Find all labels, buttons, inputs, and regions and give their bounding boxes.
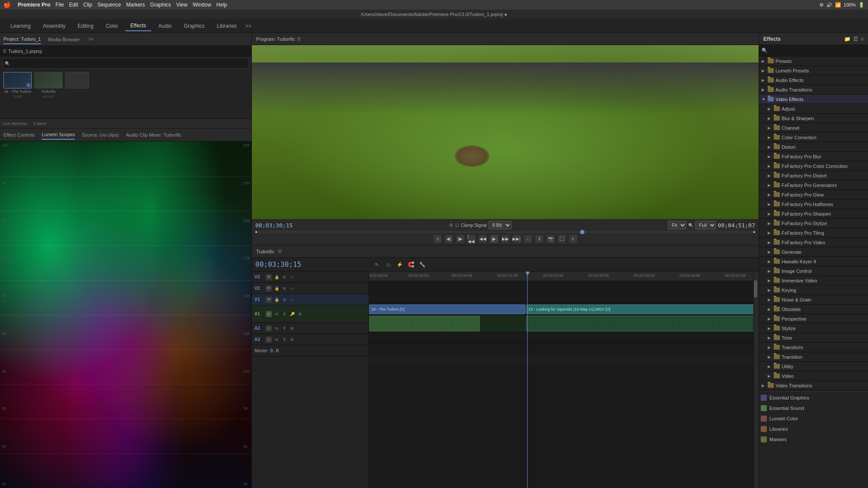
v2-arrow[interactable]: ▷ (289, 285, 295, 291)
category-keying[interactable]: ▶ Keying (759, 285, 868, 295)
prev-edit-btn[interactable]: |◀◀ (468, 235, 475, 243)
monitor-menu-icon[interactable]: ☰ (297, 36, 301, 41)
v3-sync[interactable]: ⊞ (281, 274, 287, 280)
category-fx-video[interactable]: ▶ FxFactory Pro Video (759, 238, 868, 247)
lumetri-color[interactable]: Lumetri Color (759, 413, 868, 424)
a3-mic[interactable]: 🎙 (281, 337, 287, 343)
more-btn[interactable]: + (569, 235, 577, 243)
category-immersive[interactable]: ▶ Immersive Video (759, 276, 868, 285)
menu-markers[interactable]: Markers (126, 2, 145, 8)
category-audio-transitions[interactable]: ▶ Audio Transitions (759, 85, 868, 95)
search-input[interactable] (10, 61, 247, 66)
menu-window[interactable]: Window (193, 2, 211, 8)
essential-graphics[interactable]: Essential Graphics (759, 393, 868, 403)
category-hawaiki[interactable]: ▶ Hawaiki Keyer 4 (759, 257, 868, 266)
a1-solo[interactable]: S (266, 311, 272, 317)
a1-sync[interactable]: ⊞ (297, 311, 303, 317)
playhead[interactable] (580, 230, 584, 234)
v2-sync[interactable]: ⊞ (281, 285, 287, 291)
menu-help[interactable]: Help (216, 2, 227, 8)
menu-file[interactable]: File (56, 2, 64, 8)
tab-learning[interactable]: Learning (5, 21, 36, 31)
category-fxfactory-blur[interactable]: ▶ FxFactory Pro Blur (759, 152, 868, 161)
category-time[interactable]: ▶ Time (759, 333, 868, 343)
effect-controls-tab[interactable]: Effect Controls (3, 131, 35, 139)
source-tab[interactable]: Source: (no clips) (82, 131, 119, 139)
tab-effects[interactable]: Effects (125, 21, 151, 31)
ripple-edit-btn[interactable]: ⚡ (395, 260, 404, 269)
a3-mute[interactable]: M (274, 337, 280, 343)
category-stylize[interactable]: ▶ Stylize (759, 324, 868, 333)
markers[interactable]: Markers (759, 434, 868, 445)
category-perspective[interactable]: ▶ Perspective (759, 314, 868, 324)
project-item-folder[interactable] (65, 72, 89, 98)
project-item-tudorific[interactable]: Tudorific 4;51;07 (34, 72, 63, 98)
category-distort[interactable]: ▶ Distort (759, 142, 868, 152)
category-image-control[interactable]: ▶ Image Control (759, 266, 868, 276)
play-btn[interactable]: ▶ (490, 235, 498, 243)
category-generate[interactable]: ▶ Generate (759, 247, 868, 257)
new-folder-icon[interactable]: 📁 (844, 36, 851, 42)
a3-sync[interactable]: ⊞ (289, 337, 295, 343)
v3-eye-icon[interactable]: 👁 (266, 274, 272, 280)
back-frame-btn[interactable]: ◀◀ (479, 235, 487, 243)
menu-view[interactable]: View (176, 2, 188, 8)
media-browser-tab[interactable]: Media Browser (48, 35, 79, 44)
next-edit-btn[interactable]: ▶▶| (513, 235, 521, 243)
category-fx-stylize[interactable]: ▶ FxFactory Pro Stylize (759, 219, 868, 228)
v2-lock[interactable]: 🔒 (274, 285, 280, 291)
menu-graphics[interactable]: Graphics (150, 2, 171, 8)
essential-sound[interactable]: Essential Sound (759, 403, 868, 413)
step-fwd-btn[interactable]: |▶ (456, 235, 464, 243)
clip-tudors[interactable]: 18 - The Tudors [V] (369, 305, 525, 314)
category-transition[interactable]: ▶ Transition (759, 352, 868, 362)
app-name[interactable]: Premiere Pro (18, 2, 50, 8)
zoom-icon[interactable]: 🔍 (688, 223, 693, 228)
project-item-tudors[interactable]: V 18 - The Tudors 31;25 (3, 72, 32, 98)
insert-btn[interactable]: ↓ (524, 235, 532, 243)
project-tab[interactable]: Project: Tudors_1 (3, 35, 41, 44)
libraries[interactable]: Libraries (759, 424, 868, 434)
a2-mic[interactable]: 🎙 (281, 325, 287, 331)
category-video[interactable]: ▶ Video (759, 371, 868, 381)
wrench-icon[interactable]: 🔧 (418, 260, 426, 269)
category-transform[interactable]: ▶ Transform (759, 343, 868, 352)
a1-key[interactable]: 🔑 (289, 311, 295, 317)
tab-assembly[interactable]: Assembly (38, 21, 71, 31)
a1-mic[interactable]: 🎙 (281, 311, 287, 317)
category-channel[interactable]: ▶ Channel (759, 123, 868, 133)
step-back-btn[interactable]: ◀| (445, 235, 453, 243)
a2-solo[interactable]: S (266, 325, 272, 331)
fwd-frame-btn[interactable]: ▶▶ (502, 235, 509, 243)
category-fx-color-correction[interactable]: ▶ FxFactory Pro Color Correction (759, 161, 868, 171)
menu-sequence[interactable]: Sequence (97, 2, 121, 8)
panel-menu-btn[interactable]: >> (89, 37, 94, 42)
snap-btn[interactable]: 🧲 (406, 260, 415, 269)
a2-sync[interactable]: ⊞ (289, 325, 295, 331)
clamp-checkbox[interactable]: ☑ (455, 223, 459, 228)
v1-lock[interactable]: 🔒 (274, 297, 280, 303)
audio-clip-mixer-tab[interactable]: Audio Clip Mixer: Tudorific (126, 131, 182, 139)
tab-graphics[interactable]: Graphics (178, 21, 210, 31)
settings-icon[interactable]: ⚙ (449, 223, 453, 228)
effects-search-input[interactable] (769, 48, 865, 53)
overwrite-btn[interactable]: ↧ (535, 235, 543, 243)
selection-tool[interactable]: ↖ (373, 260, 381, 269)
timeline-menu-icon[interactable]: ☰ (278, 249, 282, 254)
tab-audio[interactable]: Audio (153, 21, 177, 31)
project-search[interactable]: 🔍 (3, 58, 249, 69)
category-adjust[interactable]: ▶ Adjust (759, 104, 868, 114)
v3-lock[interactable]: 🔒 (274, 274, 280, 280)
v1-eye-icon[interactable]: 👁 (266, 297, 272, 303)
list-view-icon[interactable]: ☰ (3, 49, 7, 53)
category-fx-generators[interactable]: ▶ FxFactory Pro Generators (759, 180, 868, 190)
add-marker-btn[interactable]: ⊹ (434, 235, 442, 243)
category-utility[interactable]: ▶ Utility (759, 362, 868, 371)
v2-eye-icon[interactable]: 👁 (266, 285, 272, 291)
vscroll-thumb[interactable] (754, 280, 757, 298)
category-fx-tiling[interactable]: ▶ FxFactory Pro Tiling (759, 228, 868, 238)
fit-dropdown[interactable]: Fit (668, 221, 686, 229)
timeline-vscrollbar[interactable] (753, 272, 759, 488)
category-fx-halftones[interactable]: ▶ FxFactory Pro Halftones (759, 200, 868, 209)
lumetri-scopes-tab[interactable]: Lumetri Scopes (42, 130, 75, 140)
